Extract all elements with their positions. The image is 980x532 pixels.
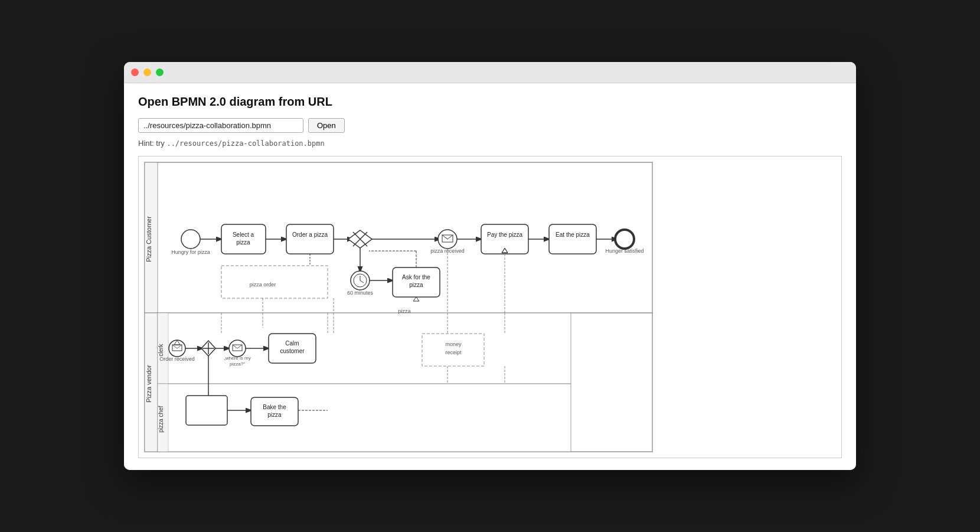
svg-rect-31: [481, 224, 528, 254]
svg-text:Eat the pizza: Eat the pizza: [556, 231, 590, 238]
minimize-button[interactable]: [143, 68, 151, 76]
svg-point-37: [615, 230, 634, 249]
close-button[interactable]: [131, 68, 139, 76]
svg-text:receipt: receipt: [445, 350, 462, 355]
app-window: Open BPMN 2.0 diagram from URL Open Hint…: [124, 62, 856, 470]
svg-text:Select a: Select a: [233, 231, 254, 238]
svg-text:pizza: pizza: [398, 308, 410, 314]
svg-text:pizza: pizza: [236, 239, 250, 246]
svg-text:pizza order: pizza order: [250, 282, 276, 288]
bpmn-diagram: Pizza Customer Pizza vendor clerk pizza …: [139, 156, 658, 458]
svg-text:Hunger satisfied: Hunger satisfied: [605, 248, 643, 254]
url-row: Open: [138, 118, 842, 133]
diagram-container[interactable]: Pizza Customer Pizza vendor clerk pizza …: [138, 156, 842, 458]
open-button[interactable]: Open: [308, 118, 345, 133]
svg-text:clerk: clerk: [158, 343, 164, 356]
svg-text:60 minutes: 60 minutes: [347, 290, 374, 296]
titlebar: [124, 62, 856, 83]
svg-rect-20: [286, 224, 334, 254]
svg-text:Pizza Customer: Pizza Customer: [145, 216, 152, 262]
svg-text:money: money: [445, 341, 462, 347]
svg-text:Pay the pizza: Pay the pizza: [487, 231, 522, 238]
svg-rect-34: [549, 224, 596, 254]
svg-text:„where is my: „where is my: [224, 355, 250, 361]
hint-prefix: Hint: try: [138, 139, 166, 148]
svg-text:Calm: Calm: [285, 340, 299, 347]
url-input[interactable]: [138, 118, 303, 133]
page-title: Open BPMN 2.0 diagram from URL: [138, 95, 842, 109]
svg-rect-87: [186, 396, 227, 425]
svg-text:Order a pizza: Order a pizza: [292, 231, 328, 238]
svg-text:Bake the: Bake the: [263, 404, 286, 410]
svg-point-13: [181, 230, 200, 249]
hint-text: Hint: try ../resources/pizza-collaborati…: [138, 139, 842, 148]
main-content: Open BPMN 2.0 diagram from URL Open Hint…: [124, 83, 856, 470]
svg-text:Hungry for pizza: Hungry for pizza: [171, 249, 210, 255]
svg-text:pizza chef: pizza chef: [158, 406, 164, 432]
svg-text:pizza?": pizza?": [230, 361, 245, 367]
maximize-button[interactable]: [156, 68, 164, 76]
svg-text:customer: customer: [280, 348, 305, 354]
svg-text:Ask for the: Ask for the: [402, 274, 430, 280]
traffic-lights: [131, 68, 164, 76]
svg-text:pizza: pizza: [409, 282, 423, 288]
svg-text:Pizza vendor: Pizza vendor: [145, 365, 152, 403]
svg-text:Order received: Order received: [159, 356, 195, 362]
svg-text:pizza: pizza: [267, 412, 282, 418]
hint-path: ../resources/pizza-collaboration.bpmn: [166, 139, 324, 148]
